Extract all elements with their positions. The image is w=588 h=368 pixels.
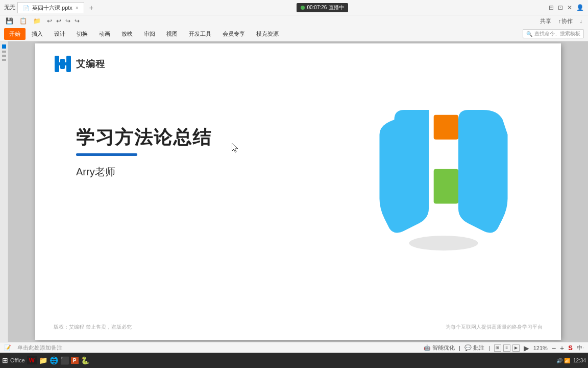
tab-view[interactable]: 视图 xyxy=(161,28,183,40)
tab-close-icon[interactable]: × xyxy=(76,5,79,11)
undo-redo-group: ↩ ↩ ↪ ↪ xyxy=(45,17,81,25)
view-slideshow-button[interactable]: ▶ xyxy=(512,344,520,352)
tab-member[interactable]: 会员专享 xyxy=(217,28,250,40)
timer-label: 00:07:26 xyxy=(307,5,327,10)
tab-review[interactable]: 审阅 xyxy=(139,28,160,40)
shield-logo xyxy=(377,110,510,253)
comment-button[interactable]: 💬 批注 xyxy=(464,344,484,352)
slide[interactable]: 艾编程 学习方法论总结 Arry老师 xyxy=(35,43,561,340)
taskbar-chrome-icon[interactable]: 🌐 xyxy=(50,356,58,364)
tab-insert[interactable]: 插入 xyxy=(27,28,48,40)
view-outline-button[interactable]: ≡ xyxy=(503,344,510,352)
lang-indicator: 中· xyxy=(577,344,584,352)
ai-optimize-button[interactable]: 🤖 智能优化 xyxy=(424,344,455,352)
slide-navigator xyxy=(0,41,8,342)
logo-svg xyxy=(54,55,72,73)
window-close-button[interactable]: ✕ xyxy=(567,4,572,11)
taskbar-time: 12:34 xyxy=(573,358,586,363)
search-box[interactable]: 🔍 查找命令、搜索模板 xyxy=(523,29,584,38)
live-badge: 00:07:26 直播中 xyxy=(297,3,348,12)
app-icon: 无无 xyxy=(4,4,15,11)
slide-area: 艾编程 学习方法论总结 Arry老师 xyxy=(8,41,588,342)
tab-devtools[interactable]: 开发工具 xyxy=(184,28,216,40)
search-placeholder: 查找命令、搜索模板 xyxy=(534,30,580,37)
titlebar: 无无 📄 英四十六课.pptx × + 00:07:26 直播中 ⊟ ⊡ ✕ 👤 xyxy=(0,0,588,15)
taskbar-file-icon[interactable]: 📁 xyxy=(39,356,47,364)
zoom-in-button[interactable]: + xyxy=(560,344,564,352)
taskbar-wps-icon[interactable]: W xyxy=(27,356,37,364)
notes-icon: 📝 xyxy=(4,344,11,351)
save-icon[interactable]: 💾 xyxy=(4,17,15,25)
search-icon: 🔍 xyxy=(526,31,532,37)
redo2-button[interactable]: ↪ xyxy=(73,17,81,25)
divider1: | xyxy=(459,345,460,351)
svg-point-6 xyxy=(409,236,478,250)
live-dot-icon xyxy=(301,6,305,10)
tab-slideshow[interactable]: 放映 xyxy=(116,28,138,40)
svg-rect-0 xyxy=(55,56,59,72)
more-button[interactable]: ↓ xyxy=(578,17,584,25)
save3-icon[interactable]: 📁 xyxy=(32,17,42,25)
cursor-svg xyxy=(232,143,240,153)
tab-item[interactable]: 📄 英四十六课.pptx × xyxy=(17,2,84,13)
nav-indicator-2[interactable] xyxy=(2,51,6,53)
slide-underline xyxy=(76,153,137,156)
tab-mockresource[interactable]: 模克资源 xyxy=(251,28,284,40)
cursor xyxy=(232,143,240,155)
ai-icon: 🤖 xyxy=(424,344,431,351)
tab-title: 英四十六课.pptx xyxy=(32,4,72,12)
comment-icon: 💬 xyxy=(464,344,472,351)
main-area: 艾编程 学习方法论总结 Arry老师 xyxy=(0,41,588,342)
tab-animations[interactable]: 动画 xyxy=(94,28,115,40)
zoom-label: 121% xyxy=(533,345,548,351)
taskbar: ⊞ Office W 📁 🌐 ⬛ P 🐍 🔊 📶 12:34 xyxy=(0,353,588,368)
taskbar-terminal-icon[interactable]: ⬛ xyxy=(60,356,69,364)
tab-transitions[interactable]: 切换 xyxy=(71,28,93,40)
ribbon-tabs: 开始 插入 设计 切换 动画 放映 审阅 视图 开发工具 会员专享 模克资源 🔍… xyxy=(0,27,588,41)
redo-button[interactable]: ↪ xyxy=(64,17,72,25)
slide-footer-left: 版权：艾编程 禁止售卖，盗版必究 xyxy=(54,324,132,331)
logo-area: 艾编程 xyxy=(54,55,105,73)
tab-start[interactable]: 开始 xyxy=(4,28,26,40)
comment-label: 批注 xyxy=(473,344,484,351)
save2-icon[interactable]: 📋 xyxy=(18,17,29,25)
live-text: 直播中 xyxy=(329,4,344,11)
taskbar-system-icons: 🔊 📶 xyxy=(556,358,570,363)
taskbar-pptx-icon[interactable]: P xyxy=(71,357,79,364)
user-icon[interactable]: 👤 xyxy=(576,4,584,11)
svg-marker-7 xyxy=(232,143,238,152)
logo-icon xyxy=(54,55,72,73)
window-minimize-button[interactable]: ⊟ xyxy=(549,4,554,11)
taskbar-python-icon[interactable]: 🐍 xyxy=(81,356,89,364)
office-label: Office xyxy=(10,357,25,363)
zoom-out-button[interactable]: − xyxy=(552,344,556,352)
statusbar-right: 🤖 智能优化 | 💬 批注 | ⊞ ≡ ▶ ▶ 121% − + S 中· xyxy=(424,344,584,352)
view-normal-button[interactable]: ⊞ xyxy=(494,344,501,352)
titlebar-left: 无无 📄 英四十六课.pptx × + xyxy=(4,2,96,13)
slide-subtitle: Arry老师 xyxy=(76,165,115,179)
ribbon: 💾 📋 📁 ↩ ↩ ↪ ↪ 共享 ↑协作 ↓ 开始 插入 设计 切换 动画 放映… xyxy=(0,15,588,41)
taskbar-right: 🔊 📶 12:34 xyxy=(556,358,586,363)
titlebar-center: 00:07:26 直播中 xyxy=(297,3,348,12)
taskbar-start[interactable]: ⊞ xyxy=(2,356,8,364)
ribbon-top: 💾 📋 📁 ↩ ↩ ↪ ↪ 共享 ↑协作 ↓ xyxy=(0,15,588,27)
logo-text: 艾编程 xyxy=(76,58,105,70)
titlebar-right: ⊟ ⊡ ✕ 👤 xyxy=(549,4,584,11)
collab-button[interactable]: ↑协作 xyxy=(557,17,574,26)
tab-design[interactable]: 设计 xyxy=(49,28,70,40)
shield-svg xyxy=(377,110,510,253)
share-button[interactable]: 共享 xyxy=(538,17,553,26)
notes-placeholder[interactable]: 单击此处添加备注 xyxy=(17,344,62,352)
undo-button[interactable]: ↩ xyxy=(45,17,54,25)
nav-indicator-4[interactable] xyxy=(2,59,6,61)
wps-icon: S xyxy=(568,344,573,352)
nav-indicator-1[interactable] xyxy=(2,44,6,49)
tab-add-button[interactable]: + xyxy=(86,4,96,12)
play-button[interactable]: ▶ xyxy=(524,344,529,352)
undo2-button[interactable]: ↩ xyxy=(55,17,63,25)
nav-indicator-3[interactable] xyxy=(2,55,6,57)
statusbar: 📝 单击此处添加备注 🤖 智能优化 | 💬 批注 | ⊞ ≡ ▶ ▶ 121% … xyxy=(0,342,588,353)
divider2: | xyxy=(488,345,490,351)
view-buttons: ⊞ ≡ ▶ xyxy=(494,344,520,352)
window-maximize-button[interactable]: ⊡ xyxy=(558,4,563,11)
